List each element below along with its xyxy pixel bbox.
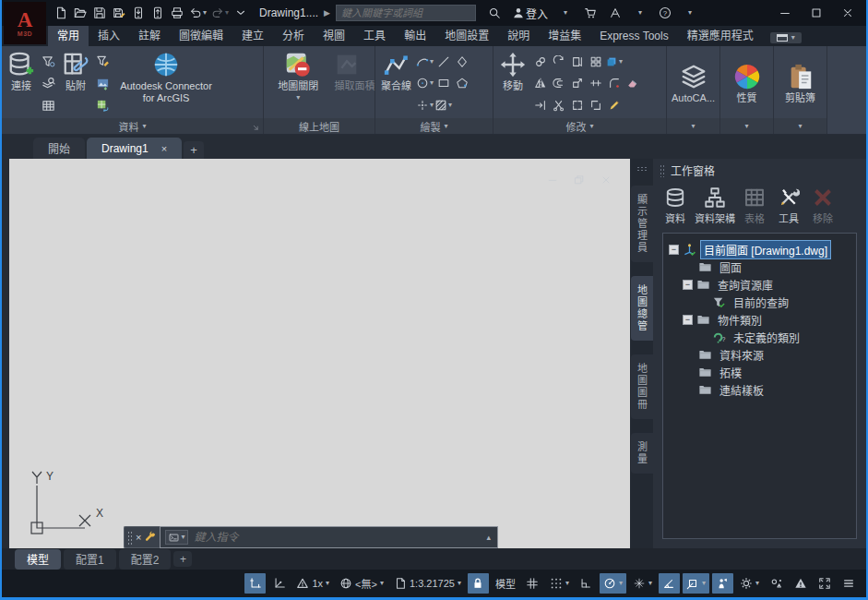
- data-button[interactable]: 資料: [660, 186, 690, 225]
- query-filter-tool[interactable]: [93, 52, 113, 71]
- autocad-panel-expand[interactable]: ▾: [667, 118, 719, 134]
- snap-toggle[interactable]: ▾: [546, 573, 573, 594]
- clean-screen[interactable]: [814, 573, 835, 594]
- undo-button[interactable]: ▾: [187, 3, 208, 23]
- scale-tool[interactable]: [568, 75, 586, 92]
- layout-tab-2[interactable]: 配置2: [119, 549, 172, 570]
- tab-express-tools[interactable]: Express Tools: [590, 27, 677, 46]
- command-close-button[interactable]: ×: [136, 532, 141, 543]
- layout-tab-1[interactable]: 配置1: [64, 549, 116, 570]
- open-file-button[interactable]: [71, 3, 89, 23]
- properties-panel-expand[interactable]: ▾: [720, 118, 773, 134]
- drawing-restore-button[interactable]: [570, 170, 589, 190]
- gap-tool[interactable]: [587, 97, 604, 114]
- polar-tracking[interactable]: ▾: [600, 573, 626, 594]
- help-button[interactable]: ?: [656, 3, 674, 23]
- qat-more-button[interactable]: [232, 3, 250, 23]
- tree-expander-icon[interactable]: −: [669, 245, 679, 255]
- data-panel-label[interactable]: 資料 ▾: [2, 118, 263, 134]
- app-store-button[interactable]: [581, 3, 600, 23]
- search-layers-tool[interactable]: [39, 74, 58, 93]
- tree-item-query-library[interactable]: −查詢資源庫: [665, 276, 854, 294]
- tree-item-topology[interactable]: 拓樸: [665, 364, 854, 381]
- tree-item-drawings[interactable]: 圖面: [665, 258, 854, 276]
- help-search-input[interactable]: [341, 7, 473, 18]
- workspace-settings[interactable]: ▾: [736, 573, 763, 594]
- sign-in-button[interactable]: 登入: [510, 3, 550, 23]
- attach-button[interactable]: 貼附: [59, 49, 92, 118]
- draw-panel-label[interactable]: 繪製 ▾: [375, 118, 493, 134]
- clipboard-panel-button[interactable]: 剪貼簿: [782, 49, 818, 118]
- autodesk-app-caret[interactable]: ▾: [631, 3, 649, 23]
- drawing-minimize-button[interactable]: [543, 170, 562, 190]
- command-input-area[interactable]: ▾ ▴: [160, 526, 498, 548]
- copy-tool[interactable]: [531, 53, 549, 70]
- customization-menu[interactable]: [838, 573, 859, 594]
- file-tab-drawing1[interactable]: Drawing1×: [87, 138, 182, 159]
- tab-map-setup[interactable]: 地圖設置: [435, 24, 498, 46]
- close-button[interactable]: [838, 3, 857, 23]
- tab-home[interactable]: 常用: [48, 24, 89, 46]
- circle-tool[interactable]: ▾: [416, 75, 434, 92]
- tree-expander-icon[interactable]: −: [683, 280, 693, 290]
- isolate-objects[interactable]: [766, 573, 787, 594]
- line-tool[interactable]: [434, 53, 452, 70]
- tab-output[interactable]: 輸出: [395, 24, 435, 46]
- command-history-button[interactable]: ▴: [484, 533, 493, 542]
- layout-tab-model[interactable]: 模型: [15, 549, 61, 570]
- grid-toggle[interactable]: [522, 573, 543, 594]
- tab-create[interactable]: 建立: [232, 24, 273, 46]
- new-layout-button[interactable]: +: [173, 551, 192, 567]
- dynamic-ucs-toggle[interactable]: [268, 573, 290, 594]
- polygon-tool[interactable]: [453, 75, 470, 92]
- minimize-button[interactable]: [776, 3, 794, 23]
- arc-tool[interactable]: ▾: [416, 53, 434, 70]
- drawing-close-button[interactable]: [597, 170, 615, 190]
- table-button[interactable]: 表格: [740, 186, 769, 225]
- application-menu-button[interactable]: A M3D: [4, 2, 46, 44]
- annotation-visibility[interactable]: [712, 573, 733, 594]
- coordinates-toggle[interactable]: [244, 573, 266, 594]
- filter-tool[interactable]: [39, 52, 58, 71]
- insert-image-tool[interactable]: [93, 74, 113, 93]
- vtab-survey[interactable]: 測量: [631, 433, 653, 474]
- mirror-tool[interactable]: [531, 75, 549, 92]
- viewport-scale[interactable]: 1:3.21725▾: [390, 573, 465, 594]
- command-input[interactable]: [194, 531, 479, 544]
- sign-in-caret[interactable]: ▾: [556, 3, 575, 23]
- save-as-button[interactable]: [110, 3, 128, 23]
- modify-panel-label[interactable]: 修改 ▾: [493, 118, 666, 134]
- array-tool[interactable]: [587, 53, 604, 70]
- map-off-button[interactable]: 地圖關閉 ▾: [275, 49, 321, 118]
- stretch-tool[interactable]: [568, 53, 586, 70]
- search-button[interactable]: [485, 3, 504, 23]
- polyline-button[interactable]: 聚合線: [378, 49, 414, 118]
- extend-tool[interactable]: [531, 97, 549, 114]
- tab-featured-apps[interactable]: 精選應用程式: [678, 24, 763, 46]
- help-caret[interactable]: ▾: [681, 3, 699, 23]
- annotation-scale[interactable]: 1x▾: [292, 573, 333, 594]
- offset-tool[interactable]: [550, 75, 567, 92]
- command-prompt-chip[interactable]: ▾: [165, 530, 188, 545]
- move-button[interactable]: 移動: [496, 49, 529, 118]
- ribbon-collapse-button[interactable]: ▾: [770, 32, 802, 43]
- vtab-map-explorer[interactable]: 地圖總管: [631, 276, 653, 341]
- tree-item-object-classes[interactable]: −物件類別: [665, 311, 854, 329]
- erase-tool[interactable]: [624, 75, 641, 92]
- tab-tools[interactable]: 工具: [354, 24, 395, 46]
- scale-lock[interactable]: [468, 573, 489, 594]
- autodesk-app-button[interactable]: [606, 3, 624, 23]
- explode-tool[interactable]: [605, 97, 623, 114]
- object-snap-tracking[interactable]: ▾: [629, 573, 656, 594]
- rectangle-tool[interactable]: [434, 75, 452, 92]
- tools-button[interactable]: 工具: [774, 186, 803, 225]
- tab-annotate[interactable]: 註解: [129, 24, 170, 46]
- command-line[interactable]: × ▾ ▴: [124, 526, 498, 548]
- isodraft-toggle[interactable]: [659, 573, 680, 594]
- redo-button[interactable]: ▾: [209, 3, 231, 23]
- dialog-launcher-icon[interactable]: [252, 124, 260, 132]
- file-tab-start[interactable]: 開始: [33, 138, 85, 159]
- open-from-mobile-button[interactable]: [149, 3, 167, 23]
- join-tool[interactable]: [568, 97, 586, 114]
- close-tab-icon[interactable]: ×: [161, 143, 167, 154]
